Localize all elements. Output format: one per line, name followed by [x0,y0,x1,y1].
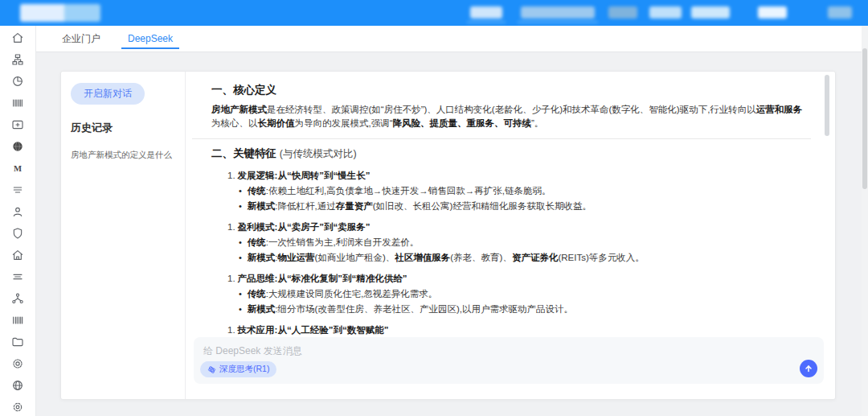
redacted-nav-item[interactable] [691,6,730,19]
feature-item-title: 1.产品思维:从“标准化复制”到“精准化供给” [227,273,811,285]
barcode-2-icon[interactable] [11,314,25,327]
feature-item-title: 1.发展逻辑:从“快周转”到“慢生长” [227,170,811,182]
section-1-heading: 一、核心定义 [211,83,811,97]
feature-items: 1.发展逻辑:从“快周转”到“慢生长”•传统:依赖土地红利,高负债拿地→快速开发… [211,170,811,337]
arrow-up-icon [804,364,813,373]
barcode-icon[interactable] [11,97,25,109]
answer-panel: 一、核心定义 房地产新模式是在经济转型、政策调控(如“房住不炒”)、人口结构变化… [186,72,835,399]
comparison-bullet: •新模式:细分市场(改善型住房、养老社区、产业园区),以用户需求驱动产品设计。 [239,303,811,315]
dark-globe-icon[interactable] [11,140,25,153]
history-list: 房地产新模式的定义是什么 [71,150,177,161]
answer-document: 一、核心定义 房地产新模式是在经济转型、政策调控(如“房住不炒”)、人口结构变化… [186,72,824,337]
tab-enterprise-portal[interactable]: 企业门户 [60,26,102,52]
redacted-nav-item[interactable] [608,6,637,19]
composer-placeholder: 给 DeepSeek 发送消息 [203,344,302,358]
redacted-nav-item[interactable] [758,6,787,19]
badge-icon[interactable] [11,357,25,370]
comparison-bullet: •传统:一次性销售为主,利润来自开发差价。 [239,237,811,249]
svg-text:M: M [14,164,22,173]
comparison-bullet: •新模式:物业运营(如商业地产租金)、社区增值服务(养老、教育)、资产证券化(R… [239,252,811,264]
globe-icon[interactable] [11,379,25,392]
shield-icon[interactable] [11,227,25,240]
app-logo [20,4,100,22]
comparison-bullet: •传统:依赖土地红利,高负债拿地→快速开发→销售回款→再扩张,链条脆弱。 [239,185,811,197]
section-2-heading-bold: 二、关键特征 [211,147,276,159]
section-divider [192,138,811,139]
definition-paragraph: 房地产新模式是在经济转型、政策调控(如“房住不炒”)、人口结构变化(老龄化、少子… [211,103,811,130]
message-composer[interactable]: 给 DeepSeek 发送消息 深度思考(R1) [194,337,824,384]
pie-chart-icon[interactable] [11,75,25,88]
history-item[interactable]: 房地产新模式的定义是什么 [71,150,177,161]
redacted-nav-item[interactable] [649,6,682,19]
chat-sidebar: 开启新对话 历史记录 房地产新模式的定义是什么 [61,72,186,399]
window-scrollbar[interactable] [862,26,868,416]
home-icon[interactable] [11,31,25,44]
send-button[interactable] [800,360,817,377]
section-2-heading-suffix: (与传统模式对比) [280,148,357,159]
feature-item-title: 1.技术应用:从“人工经验”到“数智赋能” [227,324,811,336]
content-scrollbar-thumb[interactable] [825,75,829,136]
new-chat-button[interactable]: 开启新对话 [71,83,145,105]
home-alt-icon[interactable] [11,249,25,262]
section-2-heading: 二、关键特征 (与传统模式对比) [211,146,811,161]
feature-item: 1.技术应用:从“人工经验”到“数智赋能”•传统:依赖人力管理,效率低、成本高。 [227,324,811,337]
tab-bar: 企业门户 DeepSeek [36,26,868,52]
org-chart-icon[interactable] [11,53,25,66]
video-plus-icon[interactable] [11,118,25,131]
left-icon-rail: M [0,26,36,416]
list-icon[interactable] [11,183,25,196]
deep-think-label: 深度思考(R1) [219,364,269,375]
redacted-nav-item[interactable] [828,6,852,19]
deepseek-chat-card: 开启新对话 历史记录 房地产新模式的定义是什么 一、核心定义 房地产新模式是在经… [60,71,836,400]
page-background: 开启新对话 历史记录 房地产新模式的定义是什么 一、核心定义 房地产新模式是在经… [36,52,868,416]
deep-think-button[interactable]: 深度思考(R1) [200,361,276,377]
history-title: 历史记录 [71,121,177,135]
letter-m-icon[interactable]: M [11,162,25,175]
redacted-nav-item[interactable] [470,6,502,19]
user-icon[interactable] [11,205,25,218]
tab-deepseek[interactable]: DeepSeek [126,26,174,52]
feature-item: 1.产品思维:从“标准化复制”到“精准化供给”•传统:大规模建设同质化住宅,忽视… [227,273,811,315]
comparison-bullet: •新模式:降低杠杆,通过存量资产(如旧改、长租公寓)经营和精细化服务获取长期收益… [239,200,811,212]
gear-icon[interactable] [11,401,25,414]
feature-item: 1.发展逻辑:从“快周转”到“慢生长”•传统:依赖土地红利,高负债拿地→快速开发… [227,170,811,212]
atom-icon [207,365,216,374]
network-icon[interactable] [11,292,25,305]
top-app-bar [0,0,868,26]
window-scrollbar-thumb[interactable] [862,48,867,189]
feature-item-title: 1.盈利模式:从“卖房子”到“卖服务” [227,221,811,233]
redacted-nav-item[interactable] [521,6,595,19]
comparison-bullet: •传统:大规模建设同质化住宅,忽视差异化需求。 [239,288,811,300]
folder-icon[interactable] [11,336,25,348]
feature-item: 1.盈利模式:从“卖房子”到“卖服务”•传统:一次性销售为主,利润来自开发差价。… [227,221,811,264]
layers-icon[interactable] [11,270,25,283]
